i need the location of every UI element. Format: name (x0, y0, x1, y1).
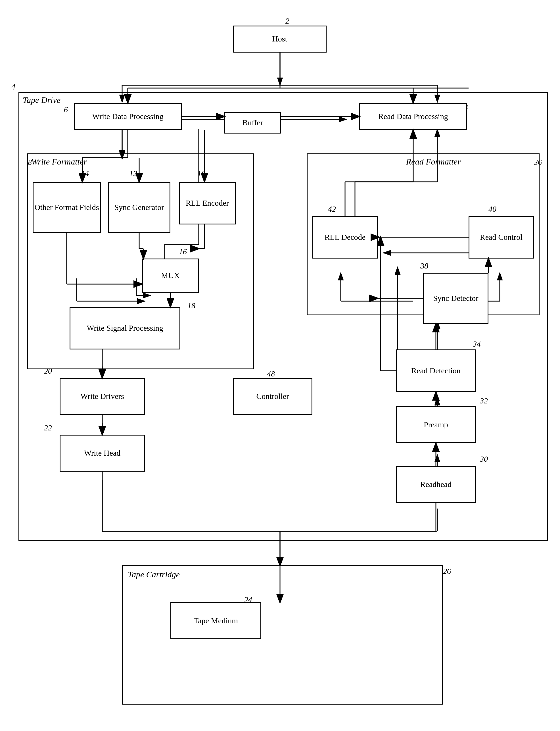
read-detection-box: Read Detection (396, 349, 476, 392)
ref-22: 22 (44, 423, 52, 433)
ref-34: 34 (473, 339, 481, 348)
read-control-box: Read Control (469, 216, 534, 258)
sync-detector-box: Sync Detector (423, 273, 488, 324)
ref-32: 32 (480, 396, 488, 406)
ref-10: 10 (197, 169, 205, 178)
write-data-processing-box: Write Data Processing (74, 103, 182, 130)
write-drivers-box: Write Drivers (60, 378, 145, 415)
ref-14: 14 (81, 169, 89, 178)
ref-2: 2 (285, 16, 289, 26)
tape-cartridge-label: Tape Cartridge (128, 570, 180, 579)
read-formatter-label: Read Formatter (406, 157, 461, 166)
rll-decode-box: RLL Decode (312, 216, 378, 258)
buffer-box: Buffer (224, 112, 281, 133)
mux-box: MUX (142, 258, 199, 292)
ref-36: 36 (534, 158, 542, 167)
other-format-fields-box: Other Format Fields (33, 182, 101, 233)
sync-generator-box: Sync Generator (108, 182, 170, 233)
preamp-box: Preamp (396, 406, 476, 443)
read-data-processing-box: Read Data Processing (359, 103, 467, 130)
write-formatter-label: Write Formatter (31, 157, 87, 166)
ref-20: 20 (44, 367, 52, 376)
write-signal-processing-box: Write Signal Processing (70, 307, 180, 349)
ref-4: 4 (11, 82, 15, 91)
tape-drive-label: Tape Drive (23, 95, 60, 105)
tape-medium-box: Tape Medium (170, 602, 261, 639)
ref-40: 40 (488, 204, 496, 214)
ref-42: 42 (328, 204, 336, 214)
ref-30: 30 (480, 455, 488, 464)
write-head-box: Write Head (60, 435, 145, 472)
ref-8: 8 (28, 158, 32, 167)
ref-6: 6 (64, 105, 68, 114)
diagram-container: 2 Host 4 Tape Drive 6 Write Data Process… (0, 0, 560, 731)
host-box: Host (233, 26, 327, 53)
readhead-box: Readhead (396, 466, 476, 503)
rll-encoder-box: RLL Encoder (179, 182, 236, 224)
controller-box: Controller (233, 378, 312, 415)
ref-38: 38 (420, 261, 428, 270)
ref-48: 48 (267, 370, 275, 379)
ref-18: 18 (187, 301, 195, 310)
ref-26: 26 (443, 567, 451, 576)
ref-16: 16 (179, 247, 187, 256)
ref-12: 12 (129, 169, 137, 178)
